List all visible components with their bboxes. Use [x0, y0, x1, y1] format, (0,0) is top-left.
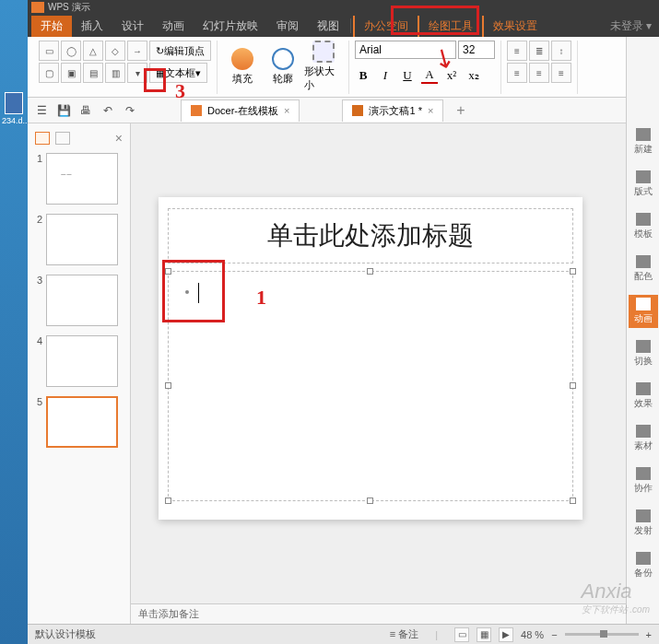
- view-sorter-icon[interactable]: ▦: [477, 627, 491, 642]
- docer-icon: [191, 105, 202, 116]
- shape-btn-7[interactable]: ▣: [61, 63, 81, 83]
- menu-view[interactable]: 视图: [308, 16, 348, 37]
- outline-btn[interactable]: 轮廓: [264, 41, 302, 92]
- shape-btn-5[interactable]: →: [127, 41, 147, 61]
- thumb-2[interactable]: 2: [31, 214, 126, 265]
- menu-review[interactable]: 审阅: [267, 16, 308, 37]
- bullet-icon: [185, 290, 189, 294]
- shape-btn-8[interactable]: ▤: [83, 63, 103, 83]
- sp-layout[interactable]: 版式: [629, 168, 658, 201]
- shape-btn-2[interactable]: ◯: [61, 41, 81, 61]
- sp-effects[interactable]: 效果: [629, 380, 658, 413]
- sp-new[interactable]: 新建: [629, 125, 658, 158]
- number-btn[interactable]: ≣: [529, 41, 549, 61]
- menu-icon[interactable]: ☰: [33, 102, 50, 119]
- presentation-icon: [352, 105, 363, 116]
- sp-template[interactable]: 模板: [629, 210, 658, 243]
- fill-btn[interactable]: 填充: [223, 41, 262, 92]
- doc-tab-2-label: 演示文稿1 *: [369, 104, 421, 118]
- thumb-view-slides[interactable]: [35, 132, 50, 145]
- align-center-btn[interactable]: ≡: [529, 63, 549, 83]
- underline-btn[interactable]: U: [399, 67, 416, 84]
- close-tab-2[interactable]: ×: [428, 105, 433, 116]
- thumb-1[interactable]: 1— —: [31, 153, 126, 205]
- undo-icon[interactable]: ↶: [100, 102, 116, 119]
- text-cursor: [198, 283, 199, 303]
- view-play-icon[interactable]: ▶: [499, 627, 513, 642]
- app-name: WPS 演示: [48, 1, 90, 14]
- sp-launch[interactable]: 发射: [629, 507, 658, 540]
- ribbon: ▭ ◯ △ ◇ → ↻ 编辑顶点 ▢ ▣ ▤ ▥ ▾ ▦ 文本框 ▾ 填充 轮廓…: [28, 37, 626, 98]
- redo-icon[interactable]: ↷: [122, 102, 138, 119]
- edit-vertex-btn[interactable]: ↻ 编辑顶点: [149, 41, 211, 61]
- annotation-label-1: 1: [256, 286, 266, 310]
- menu-animation[interactable]: 动画: [153, 16, 194, 37]
- thumb-view-outline[interactable]: [55, 132, 70, 145]
- sp-backup[interactable]: 备份: [629, 549, 658, 582]
- menu-effects[interactable]: 效果设置: [482, 16, 547, 37]
- thumb-3[interactable]: 3: [31, 275, 126, 326]
- menu-drawing-tools[interactable]: 绘图工具: [418, 16, 482, 37]
- spacing-btn[interactable]: ↕: [551, 41, 571, 61]
- sp-materials[interactable]: 素材: [629, 422, 658, 455]
- doc-tab-presentation[interactable]: 演示文稿1 * ×: [342, 100, 443, 122]
- thumb-5[interactable]: 5: [31, 396, 126, 448]
- doc-tab-docer[interactable]: Docer-在线模板 ×: [181, 100, 300, 122]
- titlebar: WPS 演示: [28, 0, 659, 15]
- align-right-btn[interactable]: ≡: [551, 63, 571, 83]
- italic-btn[interactable]: I: [377, 67, 394, 84]
- save-icon[interactable]: 💾: [55, 102, 72, 119]
- slide[interactable]: 单击此处添加标题: [159, 197, 583, 520]
- watermark: Anxia 安下软件站 .com: [582, 580, 650, 616]
- title-placeholder[interactable]: 单击此处添加标题: [168, 208, 573, 263]
- menu-insert[interactable]: 插入: [72, 16, 112, 37]
- slide-canvas[interactable]: 单击此处添加标题: [131, 123, 626, 603]
- login-status[interactable]: 未登录 ▾: [610, 18, 659, 34]
- menu-slideshow[interactable]: 幻灯片放映: [194, 16, 267, 37]
- annotation-label-3: 3: [175, 79, 185, 103]
- sp-transition[interactable]: 切换: [629, 337, 658, 370]
- shape-btn-1[interactable]: ▭: [39, 41, 59, 61]
- menu-bar: 开始 插入 设计 动画 幻灯片放映 审阅 视图 办公空间 绘图工具 效果设置 未…: [28, 15, 659, 37]
- sp-animation[interactable]: 动画: [629, 295, 658, 328]
- zoom-slider[interactable]: [565, 633, 639, 636]
- view-normal-icon[interactable]: ▭: [454, 627, 469, 642]
- zoom-label: 48 %: [521, 629, 544, 640]
- menu-home[interactable]: 开始: [31, 16, 72, 37]
- menu-office-space[interactable]: 办公空间: [353, 16, 418, 37]
- sp-collab[interactable]: 协作: [629, 464, 658, 498]
- status-notes-btn[interactable]: ≡ 备注: [390, 627, 418, 641]
- thumbs-close-icon[interactable]: ×: [115, 131, 123, 146]
- thumb-4[interactable]: 4: [31, 335, 126, 387]
- menu-design[interactable]: 设计: [112, 16, 153, 37]
- thumbnails-pane: × 1— — 2 3 4 5: [28, 123, 131, 624]
- print-icon[interactable]: 🖶: [77, 102, 94, 119]
- font-size-select[interactable]: [458, 41, 495, 59]
- align-left-btn[interactable]: ≡: [507, 63, 527, 83]
- status-bar: 默认设计模板 ≡ 备注 | ▭ ▦ ▶ 48 % − +: [28, 624, 659, 644]
- subscript-btn[interactable]: x₂: [465, 67, 482, 84]
- shape-more-btn[interactable]: ▾: [127, 63, 147, 83]
- doc-tab-1-label: Docer-在线模板: [207, 104, 278, 118]
- shape-btn-3[interactable]: △: [83, 41, 103, 61]
- shape-size-btn[interactable]: 形状大小: [304, 41, 343, 92]
- add-tab-btn[interactable]: +: [449, 99, 472, 123]
- sp-color[interactable]: 配色: [629, 252, 658, 286]
- zoom-in-btn[interactable]: +: [646, 629, 652, 640]
- shape-btn-9[interactable]: ▥: [105, 63, 125, 83]
- bold-btn[interactable]: B: [355, 67, 371, 84]
- side-panel: 新建 版式 模板 配色 动画 切换 效果 素材 协作 发射 备份: [626, 37, 659, 624]
- desktop-file-icon[interactable]: 234.d...: [2, 92, 26, 129]
- bullet-btn[interactable]: ≡: [507, 41, 527, 61]
- app-logo-icon: [31, 2, 44, 13]
- shape-btn-6[interactable]: ▢: [39, 63, 59, 83]
- shape-btn-4[interactable]: ◇: [105, 41, 125, 61]
- desktop-file-label: 234.d...: [2, 116, 29, 125]
- status-template: 默认设计模板: [35, 627, 96, 641]
- notes-input[interactable]: 单击添加备注: [131, 603, 626, 624]
- quick-access-bar: ☰ 💾 🖶 ↶ ↷ Docer-在线模板 × 演示文稿1 * × +: [28, 98, 626, 123]
- content-placeholder[interactable]: [168, 271, 573, 501]
- zoom-out-btn[interactable]: −: [551, 629, 557, 640]
- close-tab-1[interactable]: ×: [284, 105, 289, 116]
